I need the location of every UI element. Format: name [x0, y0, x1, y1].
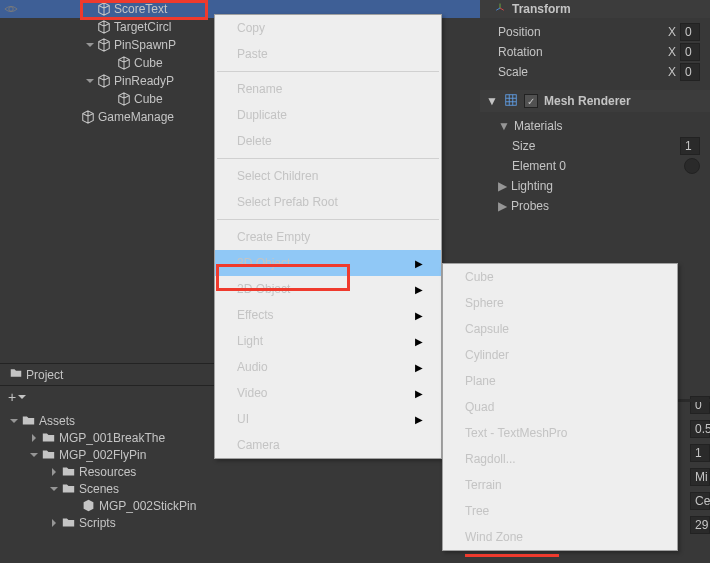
transform-icon	[494, 2, 506, 17]
element0-label: Element 0	[512, 159, 566, 173]
scale-x-field[interactable]: 0	[680, 63, 700, 81]
menu-item-select-children: Select Children	[215, 163, 441, 189]
mesh-renderer-header[interactable]: ▼ ✓ Mesh Renderer	[480, 90, 710, 112]
submenu-item-cube[interactable]: Cube	[443, 264, 677, 290]
menu-item-label: Duplicate	[237, 108, 287, 122]
submenu-item-capsule[interactable]: Capsule	[443, 316, 677, 342]
scale-label: Scale	[498, 65, 528, 79]
submenu-item-wind-zone[interactable]: Wind Zone	[443, 524, 677, 550]
submenu-arrow-icon: ▶	[415, 388, 423, 399]
folder-icon	[60, 465, 76, 478]
menu-item-delete[interactable]: Delete	[215, 128, 441, 154]
rotation-x-field[interactable]: 0	[680, 43, 700, 61]
menu-item-paste[interactable]: Paste	[215, 41, 441, 67]
mesh-renderer-enable-checkbox[interactable]: ✓	[524, 94, 538, 108]
position-x-label: X	[668, 25, 676, 39]
gameobject-icon	[96, 38, 112, 52]
field-3[interactable]: Mi	[690, 468, 710, 486]
menu-item-camera[interactable]: Camera	[215, 432, 441, 458]
project-item[interactable]: Resources	[0, 463, 480, 480]
foldout-icon[interactable]	[48, 468, 60, 476]
position-row: Position X 0	[498, 22, 700, 42]
gameobject-icon	[116, 56, 132, 70]
foldout-icon[interactable]	[28, 451, 40, 459]
folder-icon	[60, 482, 76, 495]
foldout-icon[interactable]	[48, 519, 60, 527]
submenu-arrow-icon: ▶	[415, 336, 423, 347]
hierarchy-item-label: Cube	[134, 92, 163, 106]
svg-rect-1	[506, 94, 517, 105]
transform-component-header[interactable]: Transform	[480, 0, 710, 18]
highlight-wind-zone-underline	[465, 554, 559, 557]
submenu-item-plane[interactable]: Plane	[443, 368, 677, 394]
folder-icon	[10, 367, 22, 382]
project-item[interactable]: MGP_002StickPin	[0, 497, 480, 514]
submenu-arrow-icon: ▶	[415, 414, 423, 425]
submenu-item-cylinder[interactable]: Cylinder	[443, 342, 677, 368]
folder-icon	[40, 448, 56, 461]
field-4[interactable]: Ce	[690, 492, 710, 510]
foldout-icon[interactable]: ▼	[486, 94, 498, 108]
project-item[interactable]: Scenes	[0, 480, 480, 497]
foldout-icon[interactable]	[48, 485, 60, 493]
foldout-icon[interactable]	[84, 77, 96, 85]
submenu-item-tree[interactable]: Tree	[443, 498, 677, 524]
foldout-icon[interactable]	[8, 417, 20, 425]
menu-item-video[interactable]: Video▶	[215, 380, 441, 406]
mesh-renderer-icon	[504, 93, 518, 110]
rotation-row: Rotation X 0	[498, 42, 700, 62]
size-field[interactable]: 1	[680, 137, 700, 155]
menu-item-label: Create Empty	[237, 230, 310, 244]
gameobject-icon	[96, 20, 112, 34]
svg-point-0	[9, 7, 13, 11]
gameobject-icon	[116, 92, 132, 106]
menu-item-create-empty[interactable]: Create Empty	[215, 224, 441, 250]
foldout-icon[interactable]	[28, 434, 40, 442]
materials-foldout[interactable]: ▼Materials	[498, 116, 700, 136]
menu-item-rename[interactable]: Rename	[215, 76, 441, 102]
transform-title: Transform	[512, 2, 571, 16]
menu-item-copy[interactable]: Copy	[215, 15, 441, 41]
submenu-item-terrain[interactable]: Terrain	[443, 472, 677, 498]
probes-foldout[interactable]: ▶Probes	[498, 196, 700, 216]
folder-icon	[20, 414, 36, 427]
folder-icon	[60, 516, 76, 529]
project-tab[interactable]: Project	[26, 368, 63, 382]
submenu-item-label: Ragdoll...	[465, 452, 516, 466]
submenu-item-quad[interactable]: Quad	[443, 394, 677, 420]
submenu-item-label: Wind Zone	[465, 530, 523, 544]
project-item-label: Scenes	[79, 482, 119, 496]
project-item[interactable]: Scripts	[0, 514, 480, 531]
submenu-arrow-icon: ▶	[415, 310, 423, 321]
position-x-field[interactable]: 0	[680, 23, 700, 41]
menu-item-label: Video	[237, 386, 267, 400]
menu-item-label: Copy	[237, 21, 265, 35]
menu-item-ui[interactable]: UI▶	[215, 406, 441, 432]
menu-item-select-prefab-root: Select Prefab Root	[215, 189, 441, 215]
visibility-icon[interactable]	[0, 0, 22, 18]
rotation-label: Rotation	[498, 45, 543, 59]
project-item-label: MGP_001BreakThe	[59, 431, 165, 445]
foldout-icon[interactable]	[84, 41, 96, 49]
submenu-item-sphere[interactable]: Sphere	[443, 290, 677, 316]
hierarchy-item-label: TargetCircl	[114, 20, 171, 34]
submenu-item-label: Sphere	[465, 296, 504, 310]
menu-item-2d-object[interactable]: 2D Object▶	[215, 276, 441, 302]
create-menu-button[interactable]: +	[8, 389, 26, 405]
menu-item-label: Select Prefab Root	[237, 195, 338, 209]
menu-item-light[interactable]: Light▶	[215, 328, 441, 354]
submenu-item-ragdoll-[interactable]: Ragdoll...	[443, 446, 677, 472]
menu-item-audio[interactable]: Audio▶	[215, 354, 441, 380]
field-5[interactable]: 29	[690, 516, 710, 534]
menu-item-effects[interactable]: Effects▶	[215, 302, 441, 328]
menu-item-3d-object[interactable]: 3D Object▶	[215, 250, 441, 276]
field-2[interactable]: 1	[690, 444, 710, 462]
lighting-foldout[interactable]: ▶Lighting	[498, 176, 700, 196]
menu-item-duplicate[interactable]: Duplicate	[215, 102, 441, 128]
element0-field[interactable]	[684, 158, 700, 174]
scene-icon	[80, 499, 96, 512]
submenu-item-text-textmeshpro[interactable]: Text - TextMeshPro	[443, 420, 677, 446]
submenu-item-label: Cylinder	[465, 348, 509, 362]
field-1[interactable]: 0.5	[690, 420, 710, 438]
project-item-label: MGP_002FlyPin	[59, 448, 146, 462]
